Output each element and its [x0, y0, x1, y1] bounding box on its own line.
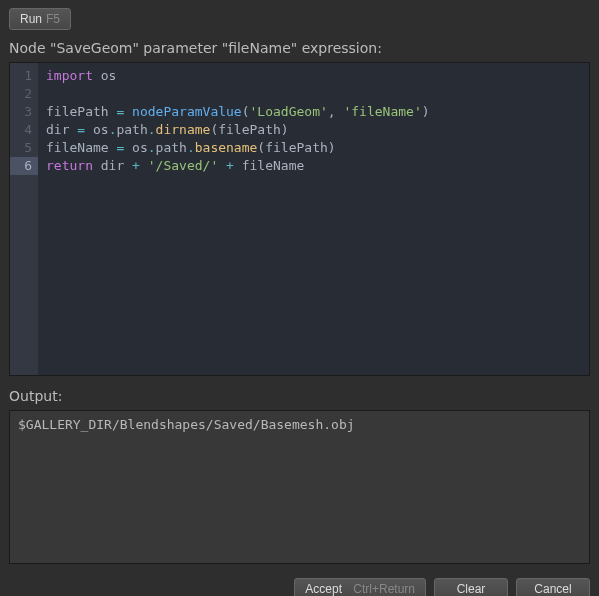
code-line: dir = os.path.dirname(filePath) [46, 121, 430, 139]
code-line: import os [46, 67, 430, 85]
code-editor[interactable]: 123456 import osfilePath = nodeParamValu… [9, 62, 590, 376]
run-button-label: Run [20, 12, 42, 26]
line-number: 2 [14, 85, 32, 103]
button-row: Accept Ctrl+Return Clear Cancel [9, 578, 590, 596]
line-number: 1 [14, 67, 32, 85]
code-area[interactable]: import osfilePath = nodeParamValue('Load… [38, 63, 430, 375]
accept-button[interactable]: Accept Ctrl+Return [294, 578, 426, 596]
cancel-button[interactable]: Cancel [516, 578, 590, 596]
line-number: 5 [14, 139, 32, 157]
expression-header: Node "SaveGeom" parameter "fileName" exp… [9, 40, 590, 56]
clear-button[interactable]: Clear [434, 578, 508, 596]
accept-button-shortcut: Ctrl+Return [353, 582, 415, 596]
code-line: filePath = nodeParamValue('LoadGeom', 'f… [46, 103, 430, 121]
run-button[interactable]: Run F5 [9, 8, 71, 30]
output-text: $GALLERY_DIR/Blendshapes/Saved/Basemesh.… [18, 417, 355, 432]
code-line: return dir + '/Saved/' + fileName [46, 157, 430, 175]
output-panel[interactable]: $GALLERY_DIR/Blendshapes/Saved/Basemesh.… [9, 410, 590, 564]
code-line: fileName = os.path.basename(filePath) [46, 139, 430, 157]
line-gutter: 123456 [10, 63, 38, 375]
code-line [46, 85, 430, 103]
run-button-shortcut: F5 [46, 12, 60, 26]
line-number: 3 [14, 103, 32, 121]
toolbar: Run F5 [9, 8, 590, 30]
line-number: 6 [10, 157, 38, 175]
output-label: Output: [9, 388, 590, 404]
line-number: 4 [14, 121, 32, 139]
accept-button-label: Accept [305, 582, 342, 596]
